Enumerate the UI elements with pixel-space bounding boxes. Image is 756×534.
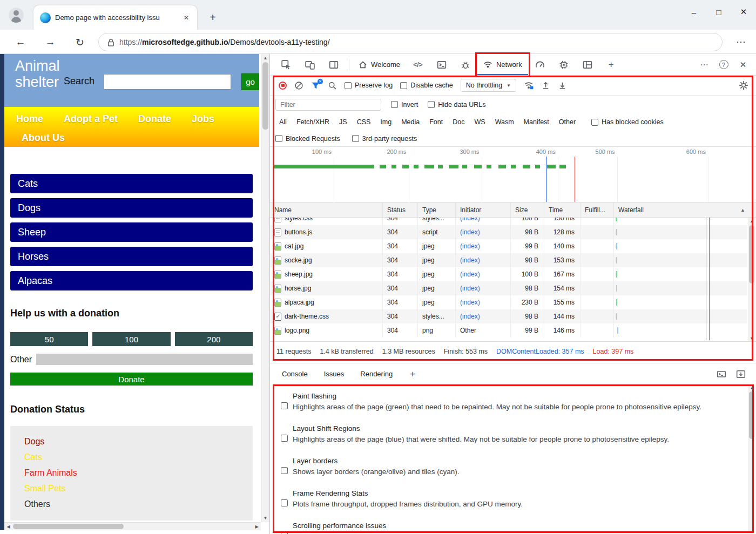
donation-amount-button[interactable]: 50 <box>10 332 88 346</box>
status-link[interactable]: Farm Animals <box>24 465 253 481</box>
third-party-requests-option[interactable]: 3rd-party requests <box>352 135 417 143</box>
scroll-left-icon[interactable]: ◀ <box>4 523 12 531</box>
address-bar[interactable]: https://microsoftedge.github.io/Demos/de… <box>98 33 723 51</box>
animal-button[interactable]: Horses <box>10 247 253 266</box>
site-nav-item[interactable]: Jobs <box>191 111 215 127</box>
lock-icon[interactable] <box>107 38 114 46</box>
devtools-menu-icon[interactable]: ⋯ <box>694 56 714 74</box>
table-row[interactable]: sheep.jpg 304 jpeg (index) 100 B 167 ms <box>270 267 747 281</box>
add-drawer-tab-icon[interactable]: + <box>410 369 415 380</box>
table-row[interactable]: horse.jpg 304 jpeg (index) 98 B 154 ms <box>270 281 747 295</box>
resource-type-chip[interactable]: Other <box>555 117 579 127</box>
device-emulation-icon[interactable] <box>300 56 320 74</box>
export-har-icon[interactable] <box>558 81 567 90</box>
column-header-waterfall[interactable]: Waterfall ▲ <box>613 202 756 217</box>
has-blocked-cookies-checkbox[interactable] <box>591 119 598 126</box>
search-go-button[interactable]: go <box>241 73 259 90</box>
request-initiator-link[interactable]: (index) <box>455 239 510 253</box>
vertical-scroll-thumb[interactable] <box>262 62 268 130</box>
invert-option[interactable]: Invert <box>391 101 418 109</box>
import-har-icon[interactable] <box>541 81 550 90</box>
network-overview-timeline[interactable]: 100 ms 200 ms 300 ms <box>270 147 756 202</box>
record-network-log-icon[interactable] <box>279 82 287 90</box>
preserve-log-checkbox[interactable] <box>345 82 352 89</box>
status-link[interactable]: Cats <box>24 449 253 465</box>
resource-type-chip[interactable]: WS <box>470 117 489 127</box>
table-row[interactable]: dark-theme.css 304 styles... (index) 98 … <box>270 309 747 323</box>
resource-type-chip[interactable]: Manifest <box>520 117 553 127</box>
column-header-status[interactable]: Status <box>382 202 417 217</box>
focus-mode-icon[interactable] <box>323 56 344 74</box>
resource-type-chip[interactable]: All <box>275 117 291 127</box>
close-devtools-icon[interactable]: ✕ <box>733 56 753 74</box>
table-scroll-thumb[interactable] <box>749 225 754 283</box>
drawer-tab[interactable]: Rendering <box>359 368 394 380</box>
browser-tab[interactable]: Demo page with accessibility issu ✕ <box>33 5 197 30</box>
request-initiator-link[interactable]: (index) <box>455 281 510 295</box>
tab-console-icon[interactable] <box>431 56 452 74</box>
status-link[interactable]: Dogs <box>24 434 253 449</box>
scroll-right-icon[interactable]: ▶ <box>253 523 261 531</box>
request-initiator-link[interactable]: (index) <box>455 253 510 267</box>
back-button[interactable]: ← <box>12 33 29 51</box>
horizontal-scroll-thumb[interactable] <box>13 524 124 529</box>
network-conditions-icon[interactable] <box>524 80 534 90</box>
throttling-dropdown[interactable]: No throttling ▼ <box>461 79 516 92</box>
drawer-tab[interactable]: Console <box>281 368 309 380</box>
resource-type-chip[interactable]: CSS <box>353 117 375 127</box>
table-row[interactable]: styles.css 304 styles... (index) 100 B 1… <box>270 218 747 225</box>
column-header-initiator[interactable]: Initiator <box>455 202 510 217</box>
resource-type-chip[interactable]: Media <box>397 117 423 127</box>
inspect-element-icon[interactable] <box>276 56 296 74</box>
drawer-tab[interactable]: Issues <box>323 368 346 380</box>
donate-button[interactable]: Donate <box>10 373 253 386</box>
column-header-type[interactable]: Type <box>417 202 455 217</box>
preserve-log-option[interactable]: Preserve log <box>345 82 393 89</box>
disable-cache-option[interactable]: Disable cache <box>400 82 453 89</box>
resource-type-chip[interactable]: Doc <box>449 117 468 127</box>
table-row[interactable]: buttons.js 304 script (index) 98 B 128 m… <box>270 225 747 239</box>
more-tools-add-icon[interactable]: + <box>601 56 622 74</box>
rendering-option-checkbox[interactable] <box>281 499 288 506</box>
animal-button[interactable]: Cats <box>10 174 253 193</box>
request-initiator-link[interactable]: (index) <box>455 218 510 225</box>
tab-application-icon[interactable] <box>577 56 598 74</box>
rendering-option-checkbox[interactable] <box>281 532 288 534</box>
console-sidebar-icon[interactable] <box>712 365 731 383</box>
tab-sources-icon[interactable]: </> <box>408 56 428 74</box>
resource-type-chip[interactable]: Img <box>376 117 395 127</box>
blocked-requests-option[interactable]: Blocked Requests <box>275 135 340 143</box>
site-nav-item[interactable]: Home <box>15 111 44 127</box>
browser-menu-icon[interactable]: ⋯ <box>736 36 746 48</box>
status-link[interactable]: Others <box>24 496 253 512</box>
column-header-size[interactable]: Size <box>510 202 544 217</box>
table-row[interactable]: logo.png 304 png Other 99 B 146 ms <box>270 323 747 337</box>
page-horizontal-scrollbar[interactable]: ◀ ▶ <box>4 522 261 530</box>
tab-memory-icon[interactable] <box>554 56 574 74</box>
tab-welcome[interactable]: Welcome <box>353 55 406 75</box>
table-row[interactable]: cat.jpg 304 jpeg (index) 99 B 140 ms <box>270 239 747 253</box>
site-nav-item[interactable]: Adopt a Pet <box>63 111 119 127</box>
rendering-option-checkbox[interactable] <box>281 435 288 442</box>
column-header-name[interactable]: Name <box>270 202 382 217</box>
animal-button[interactable]: Dogs <box>10 198 253 218</box>
column-header-fulfilled[interactable]: Fulfill... <box>580 202 613 217</box>
minimize-button[interactable]: – <box>681 0 706 24</box>
filter-input[interactable] <box>275 99 381 111</box>
filter-toggle-icon[interactable]: ✕ <box>311 81 320 90</box>
animal-button[interactable]: Alpacas <box>10 271 253 290</box>
resource-type-chip[interactable]: Fetch/XHR <box>293 117 333 127</box>
clear-network-log-icon[interactable] <box>294 81 303 90</box>
request-initiator-link[interactable]: (index) <box>455 295 510 309</box>
other-amount-input[interactable] <box>36 354 253 365</box>
status-link[interactable]: Small Pets <box>24 481 253 496</box>
scroll-down-icon[interactable]: ▼ <box>261 514 269 522</box>
request-initiator-link[interactable]: (index) <box>455 309 510 323</box>
animal-button[interactable]: Sheep <box>10 222 253 242</box>
donation-amount-button[interactable]: 100 <box>92 332 170 346</box>
tab-debugger-icon[interactable] <box>455 56 476 74</box>
blocked-requests-checkbox[interactable] <box>275 135 282 142</box>
collapse-drawer-icon[interactable] <box>731 365 751 383</box>
rendering-option-checkbox[interactable] <box>281 467 288 474</box>
table-scrollbar[interactable]: ▲ ▼ <box>748 218 755 341</box>
